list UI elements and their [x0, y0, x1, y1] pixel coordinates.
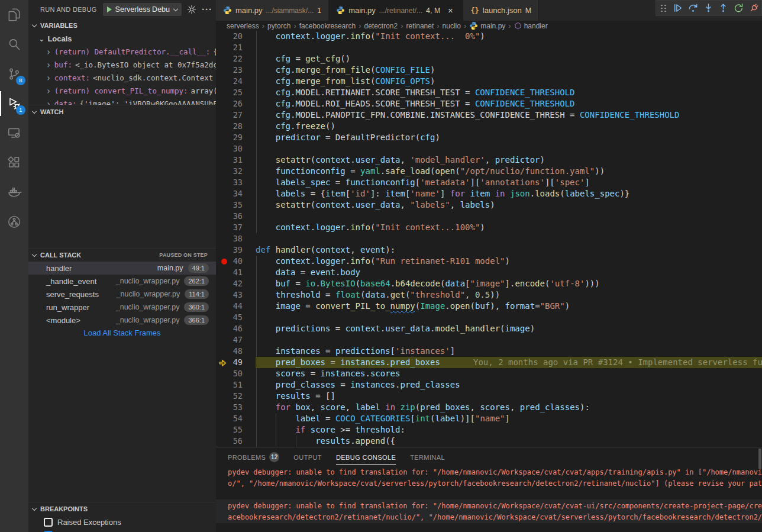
- close-icon[interactable]: ×: [445, 5, 456, 15]
- code-line-content[interactable]: [256, 334, 762, 346]
- code-line-content[interactable]: cfg.MODEL.ROI_HEADS.SCORE_THRESH_TEST = …: [256, 98, 762, 109]
- line-number[interactable]: 27: [216, 109, 256, 121]
- line-number[interactable]: 45: [216, 312, 256, 323]
- activity-bar-item-docker[interactable]: [0, 178, 28, 207]
- load-all-stack-frames-link[interactable]: Load All Stack Frames: [28, 327, 216, 340]
- line-number[interactable]: 29: [216, 132, 256, 143]
- editor-tab-launch-json[interactable]: {}launch.jsonM: [463, 0, 539, 21]
- gear-icon[interactable]: [187, 5, 196, 14]
- breadcrumb-item-symbol[interactable]: handler: [514, 22, 548, 30]
- line-number[interactable]: 38: [216, 233, 256, 244]
- breakpoints-section-header[interactable]: BREAKPOINTS: [28, 502, 216, 515]
- line-number[interactable]: 47: [216, 334, 256, 346]
- variables-section-header[interactable]: VARIABLES: [28, 19, 216, 32]
- line-number[interactable]: 54: [216, 413, 256, 424]
- line-number[interactable]: 25: [216, 87, 256, 98]
- breadcrumb-item-file[interactable]: main.py: [469, 21, 505, 30]
- more-actions-icon[interactable]: ···: [202, 7, 212, 12]
- watch-section-header[interactable]: WATCH: [28, 105, 216, 118]
- breadcrumb-item-facebookresearch[interactable]: facebookresearch: [299, 22, 356, 30]
- restart-button[interactable]: [731, 1, 747, 16]
- code-line-content[interactable]: scores = instances.scores: [256, 368, 762, 379]
- editor-tab-main-py[interactable]: main.py.../retinanet/...4, M×: [329, 0, 463, 21]
- line-number[interactable]: 34: [216, 188, 256, 199]
- line-number[interactable]: 51: [216, 379, 256, 391]
- continue-button[interactable]: [670, 1, 686, 16]
- code-line-content[interactable]: predictor = DefaultPredictor(cfg): [256, 132, 762, 143]
- code-line-content[interactable]: def handler(context, event):: [256, 244, 762, 256]
- line-number[interactable]: 44: [216, 301, 256, 312]
- line-number[interactable]: 56: [216, 436, 256, 447]
- editor-tab-main-py[interactable]: main.py.../siammask/...1: [216, 0, 329, 21]
- code-line-content[interactable]: context.logger.info("Init context...100%…: [256, 222, 762, 233]
- step-out-button[interactable]: [716, 1, 731, 16]
- line-number[interactable]: 48: [216, 346, 256, 357]
- panel-tab-terminal[interactable]: TERMINAL: [410, 447, 445, 467]
- code-line-content[interactable]: setattr(context.user_data, 'model_handle…: [256, 154, 762, 166]
- panel-tab-output[interactable]: OUTPUT: [293, 447, 322, 467]
- code-line-content[interactable]: label = COCO_CATEGORIES[int(label)]["nam…: [256, 413, 762, 424]
- panel-scrollbar[interactable]: [758, 449, 761, 469]
- code-line-content[interactable]: cfg.merge_from_list(CONFIG_OPTS): [256, 76, 762, 87]
- code-line-content[interactable]: threshold = float(data.get("threshold", …: [256, 289, 762, 301]
- step-into-button[interactable]: [700, 1, 716, 16]
- drag-handle-icon[interactable]: [660, 4, 668, 13]
- line-number[interactable]: 43: [216, 289, 256, 301]
- code-line-content[interactable]: data = event.body: [256, 267, 762, 278]
- stack-frame-row[interactable]: handlermain.py49:1: [28, 262, 216, 275]
- stack-frame-row[interactable]: <module>_nuclio_wrapper.py366:1: [28, 314, 216, 327]
- line-number[interactable]: 23: [216, 65, 256, 76]
- code-line-content[interactable]: [256, 211, 762, 222]
- panel-tab-problems[interactable]: PROBLEMS12: [228, 447, 279, 467]
- activity-bar-item-extensions[interactable]: [0, 148, 28, 178]
- breakpoint-icon[interactable]: [221, 259, 227, 265]
- activity-bar-item-remote-explorer[interactable]: [0, 118, 28, 148]
- code-line-content[interactable]: cfg.MODEL.PANOPTIC_FPN.COMBINE.INSTANCES…: [256, 109, 762, 121]
- activity-bar-item-git-graph[interactable]: [0, 207, 28, 237]
- breakpoint-checkbox[interactable]: [44, 518, 53, 527]
- code-line-content[interactable]: setattr(context.user_data, "labels", lab…: [256, 199, 762, 211]
- variable-row[interactable]: ›data:{'image': 'iVBORw0KGgoAAAANSUhE…: [28, 97, 216, 105]
- line-number[interactable]: 21: [216, 42, 256, 53]
- variable-row[interactable]: ›buf:<_io.BytesIO object at 0x7f5a2dc1ec…: [28, 58, 216, 71]
- line-number[interactable]: 39: [216, 244, 256, 256]
- code-line-content[interactable]: cfg = get_cfg(): [256, 53, 762, 65]
- line-number[interactable]: 53: [216, 402, 256, 413]
- code-line-content[interactable]: if score >= threshold:: [256, 424, 762, 436]
- code-line-content[interactable]: buf = io.BytesIO(base64.b64decode(data["…: [256, 278, 762, 289]
- line-number[interactable]: 52: [216, 391, 256, 402]
- line-number[interactable]: 28: [216, 121, 256, 132]
- variable-row[interactable]: ›context:<nuclio_sdk.context.Context obj…: [28, 71, 216, 84]
- activity-bar-item-source-control[interactable]: 8: [0, 59, 28, 89]
- code-line-content[interactable]: cfg.freeze(): [256, 121, 762, 132]
- line-number[interactable]: 40: [216, 256, 256, 267]
- code-line-content[interactable]: functionconfig = yaml.safe_load(open("/o…: [256, 166, 762, 177]
- activity-bar-item-explorer[interactable]: [0, 0, 28, 30]
- line-number[interactable]: 55: [216, 424, 256, 436]
- line-number[interactable]: 50: [216, 368, 256, 379]
- code-line-content[interactable]: [256, 312, 762, 323]
- disconnect-button[interactable]: [746, 1, 761, 16]
- breadcrumb-item-nuclio[interactable]: nuclio: [443, 22, 461, 30]
- code-line-content[interactable]: predictions = context.user_data.model_ha…: [256, 323, 762, 334]
- line-number[interactable]: 24: [216, 76, 256, 87]
- line-number[interactable]: 46: [216, 323, 256, 334]
- code-line-content[interactable]: [256, 42, 762, 53]
- code-line-content[interactable]: labels = {item['id']: item['name'] for i…: [256, 188, 762, 199]
- stack-frame-row[interactable]: _handle_event_nuclio_wrapper.py262:1: [28, 275, 216, 288]
- line-number[interactable]: 42: [216, 278, 256, 289]
- code-line-content[interactable]: results.append({: [256, 436, 762, 447]
- activity-bar-item-run-and-debug[interactable]: 1: [0, 89, 28, 118]
- code-line-content[interactable]: for box, score, label in zip(pred_boxes,…: [256, 402, 762, 413]
- code-line-content[interactable]: context.logger.info("Run retinanet-R101 …: [256, 256, 762, 267]
- line-number[interactable]: 37: [216, 222, 256, 233]
- stack-frame-row[interactable]: serve_requests_nuclio_wrapper.py114:1: [28, 288, 216, 301]
- stack-frame-row[interactable]: run_wrapper_nuclio_wrapper.py360:1: [28, 301, 216, 314]
- variables-scope-locals[interactable]: ⌄ Locals: [28, 32, 216, 45]
- line-number[interactable]: 33: [216, 177, 256, 188]
- panel-tab-debug-console[interactable]: DEBUG CONSOLE: [336, 447, 396, 467]
- code-line-content[interactable]: context.logger.info("Init context... 0%"…: [256, 31, 762, 42]
- code-line-content[interactable]: cfg.MODEL.RETINANET.SCORE_THRESH_TEST = …: [256, 87, 762, 98]
- activity-bar-item-search[interactable]: [0, 30, 28, 59]
- code-line-content[interactable]: cfg.merge_from_file(CONFIG_FILE): [256, 65, 762, 76]
